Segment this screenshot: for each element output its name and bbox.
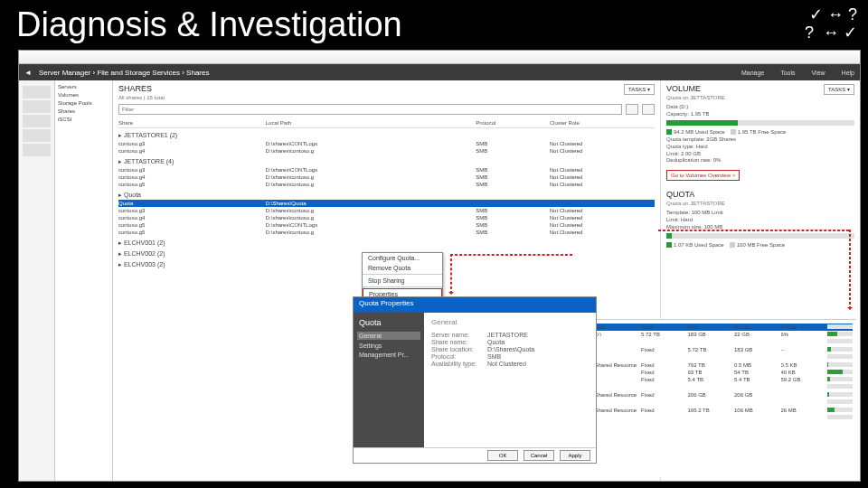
ctx-remove-quota[interactable]: Remove Quota — [363, 263, 442, 273]
nav-general[interactable]: General — [357, 332, 420, 340]
dialog-kv: Share name:Quota — [431, 339, 589, 345]
ctx-stop-sharing[interactable]: Stop Sharing — [363, 276, 442, 286]
share-row[interactable]: contoso.g3D:\shares\CONTLogsSMBNot Clust… — [118, 140, 655, 147]
menu-tools[interactable]: Tools — [780, 70, 795, 76]
share-row[interactable]: contoso.g4D:\shares\contoso.gSMBNot Clus… — [118, 214, 655, 221]
corner-marks: ✓ ↔ ? ? ↔ ✓ — [805, 5, 857, 42]
dialog-title: Quota Properties — [354, 297, 596, 313]
nav-servers[interactable]: Servers — [58, 84, 109, 89]
capacity-bar — [666, 120, 854, 126]
quota-kv: Template: 100 MB Limit — [666, 210, 854, 217]
share-group[interactable]: ▸ JETTASTORE1 (2) — [118, 132, 655, 139]
menu-manage[interactable]: Manage — [741, 70, 764, 76]
shares-columns: Share Local Path Protocol Cluster Role — [118, 118, 655, 128]
volume-tasks[interactable]: TASKS ▾ — [824, 84, 854, 95]
quota-properties-dialog: Quota Properties Quota General Settings … — [353, 296, 597, 464]
nav-back-icon[interactable]: ◄ — [24, 69, 32, 77]
tasks-dropdown[interactable]: TASKS ▾ — [624, 84, 655, 95]
quota-sub: Quota on JETTASTORE — [666, 201, 854, 206]
arrow-2b — [450, 254, 452, 294]
nav-iscsi[interactable]: iSCSI — [58, 117, 109, 122]
context-menu: Configure Quota... Remove Quota Stop Sha… — [362, 252, 443, 301]
volume-label: Data (D:) — [666, 104, 854, 111]
share-row[interactable]: contoso.g4D:\shares\contoso.gSMBNot Clus… — [118, 147, 655, 155]
section-heading: General — [431, 318, 589, 326]
share-row-selected[interactable]: QuotaD:\Shares\Quota — [118, 200, 655, 207]
menu-help[interactable]: Help — [842, 70, 854, 76]
dialog-kv: Server name:JETTASTORE — [431, 332, 589, 338]
volume-sub: Quota on JETTASTORE — [666, 95, 725, 100]
breadcrumb-bar: ◄ Server Manager › File and Storage Serv… — [19, 64, 860, 80]
nav-management[interactable]: Management Pr... — [359, 352, 419, 358]
breadcrumb[interactable]: Server Manager › File and Storage Servic… — [39, 69, 210, 77]
dialog-side-header: Quota — [359, 318, 419, 327]
menu-view[interactable]: View — [812, 70, 826, 76]
capacity-legend: 94.2 MB Used Space 1.95 TB Free Space — [666, 129, 854, 135]
volumes-overview-link[interactable]: Go to Volumes Overview > — [666, 170, 740, 181]
share-row[interactable]: contoso.g3D:\shares\contoso.gSMBNot Clus… — [118, 207, 655, 214]
share-row[interactable]: contoso.g5D:\shares\CONTLogsSMBNot Clust… — [118, 221, 655, 229]
nav-pools[interactable]: Storage Pools — [58, 100, 109, 106]
nav-shares[interactable]: Shares — [58, 108, 109, 114]
arrow-2 — [450, 254, 572, 256]
nav-settings[interactable]: Settings — [359, 343, 419, 349]
filter-input[interactable] — [118, 104, 622, 115]
dialog-content: General Server name:JETTASTOREShare name… — [424, 313, 596, 447]
share-group[interactable]: ▸ Quota — [118, 192, 655, 199]
cancel-button[interactable]: Cancel — [524, 450, 554, 461]
dialog-kv: Availability type:Not Clustered — [431, 361, 589, 367]
nav-volumes[interactable]: Volumes — [58, 92, 109, 98]
quota-heading: QUOTA — [666, 190, 854, 199]
share-row[interactable]: contoso.g3D:\shares\CONTLogsSMBNot Clust… — [118, 166, 655, 174]
window-titlebar — [19, 51, 860, 64]
filter-chip-2[interactable] — [642, 104, 655, 115]
arrow-1 — [658, 230, 849, 231]
dialog-kv: Share location:D:\Shares\Quota — [431, 346, 589, 352]
shares-sub: All shares | 15 total — [118, 95, 165, 100]
volume-kv: Limit: 2.00 GB — [666, 151, 854, 158]
share-row[interactable]: contoso.g5D:\shares\contoso.gSMBNot Clus… — [118, 181, 655, 188]
apply-button[interactable]: Apply — [560, 450, 590, 461]
share-group[interactable]: ▸ JETTASTORE (4) — [118, 158, 655, 165]
slide-title: Diagnosis & Investigation — [16, 5, 402, 44]
left-rail — [19, 80, 55, 481]
quota-kv: Limit: Hard — [666, 217, 854, 224]
left-nav: Servers Volumes Storage Pools Shares iSC… — [55, 80, 113, 481]
arrow-1b — [849, 230, 851, 309]
share-row[interactable]: contoso.g4D:\shares\contoso.gSMBNot Clus… — [118, 174, 655, 181]
dialog-footer: OK Cancel Apply — [354, 447, 596, 463]
dialog-kv: Protocol:SMB — [431, 353, 589, 360]
shares-heading: SHARES — [118, 84, 165, 93]
share-row[interactable]: contoso.g5D:\shares\contoso.gSMBNot Clus… — [118, 229, 655, 236]
volume-kv: Deduplication rate: 0% — [666, 157, 854, 164]
volume-kv: Quota template: 2GB Shares — [666, 136, 854, 144]
quota-legend: 1.07 KB Used Space 100 MB Free Space — [666, 242, 854, 248]
volume-heading: VOLUME — [666, 84, 725, 93]
volume-kv: Quota type: Hard — [666, 144, 854, 151]
volume-capacity: Capacity: 1.95 TB — [666, 111, 854, 118]
quota-bar — [666, 233, 854, 239]
filter-chip-1[interactable] — [626, 104, 638, 115]
ctx-configure-quota[interactable]: Configure Quota... — [363, 253, 442, 263]
dialog-side-nav: Quota General Settings Management Pr... — [354, 313, 424, 447]
ok-button[interactable]: OK — [487, 450, 518, 461]
share-group[interactable]: ▸ ELCHV001 (2) — [118, 239, 655, 247]
